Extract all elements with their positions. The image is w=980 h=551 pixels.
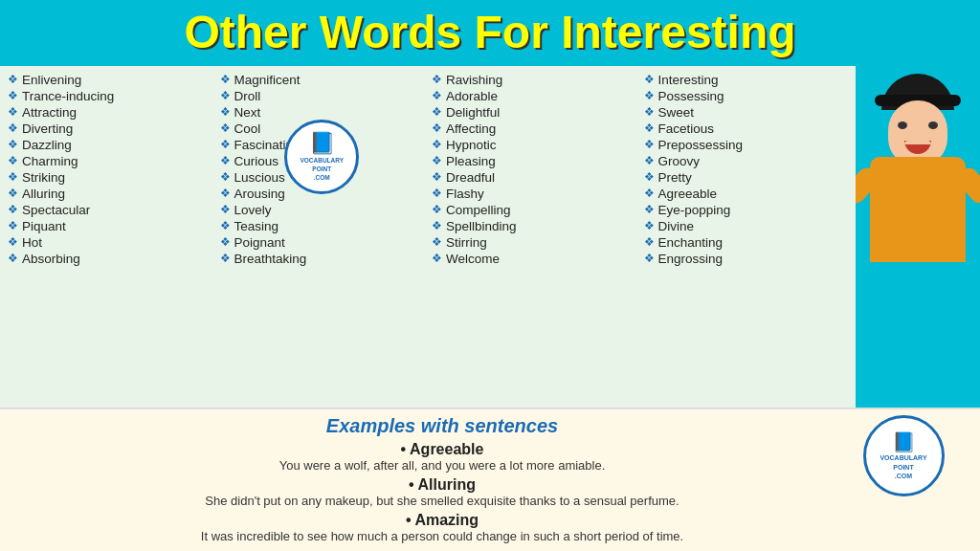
list-item: ❖Compelling xyxy=(432,202,636,218)
example-word-1: • Agreeable xyxy=(29,441,856,458)
diamond-icon: ❖ xyxy=(644,187,655,200)
diamond-icon: ❖ xyxy=(8,154,18,167)
list-item: ❖Facetious xyxy=(644,121,849,137)
diamond-icon: ❖ xyxy=(220,121,231,135)
list-item: ❖Striking xyxy=(8,169,212,186)
diamond-icon: ❖ xyxy=(644,138,655,151)
diamond-icon: ❖ xyxy=(644,73,655,86)
word-column-4: ❖Interesting ❖Possessing ❖Sweet ❖Facetio… xyxy=(640,70,853,269)
word-text: Spectacular xyxy=(22,203,90,217)
diamond-icon: ❖ xyxy=(644,219,655,232)
list-item: ❖Adorable xyxy=(432,88,636,104)
list-item: ❖Divine xyxy=(644,218,849,234)
diamond-icon: ❖ xyxy=(644,235,655,249)
word-text: Droll xyxy=(234,89,261,103)
diamond-icon: ❖ xyxy=(8,170,18,184)
arm-right xyxy=(954,164,980,207)
right-logo-container: 📘 VOCABULARYPOINT.COM xyxy=(856,415,951,496)
words-grid: ❖Enlivening ❖Trance-inducing ❖Attracting… xyxy=(4,70,852,269)
diamond-icon: ❖ xyxy=(8,89,18,102)
word-text: Dazzling xyxy=(22,138,72,152)
word-text: Cool xyxy=(234,121,261,136)
word-text: Teasing xyxy=(234,219,279,233)
word-text: Piquant xyxy=(22,219,66,233)
diamond-icon: ❖ xyxy=(220,105,231,119)
list-item: ❖Ravishing xyxy=(432,72,636,88)
word-text: Groovy xyxy=(658,154,701,168)
page-container: Other Words For Interesting ❖Enlivening … xyxy=(0,0,980,551)
word-text: Divine xyxy=(658,219,695,233)
word-text: Spellbinding xyxy=(446,219,517,233)
diamond-icon: ❖ xyxy=(644,89,655,102)
list-item: ❖Poignant xyxy=(220,234,425,251)
word-text: Prepossessing xyxy=(658,138,744,152)
examples-title: Examples with sentences xyxy=(29,415,856,437)
logo-text: VOCABULARYPOINT.COM xyxy=(300,156,344,182)
bullet-icon: • xyxy=(401,441,407,457)
word-text: Agreeable xyxy=(658,187,718,201)
list-item: ❖Engrossing xyxy=(644,251,849,267)
diamond-icon: ❖ xyxy=(432,170,442,184)
word-text: Striking xyxy=(22,170,65,185)
teeth-top xyxy=(904,141,931,144)
diamond-icon: ❖ xyxy=(220,252,231,265)
word-text: Attracting xyxy=(22,105,77,120)
list-item: ❖Hypnotic xyxy=(432,137,636,153)
diamond-icon: ❖ xyxy=(432,154,442,167)
list-item: ❖Stirring xyxy=(432,234,636,251)
list-item: ❖Next xyxy=(220,104,425,121)
list-item: ❖Alluring xyxy=(8,186,212,202)
diamond-icon: ❖ xyxy=(220,203,231,216)
word-text: Luscious xyxy=(234,170,285,185)
list-item: ❖Flashy xyxy=(432,186,636,202)
list-item: ❖Pleasing xyxy=(432,153,636,169)
book-icon: 📘 xyxy=(892,430,916,453)
head xyxy=(888,100,947,165)
diamond-icon: ❖ xyxy=(8,121,18,135)
list-item: ❖Spectacular xyxy=(8,202,212,218)
word-column-3: ❖Ravishing ❖Adorable ❖Delightful ❖Affect… xyxy=(428,70,640,269)
example-sentence-1: You were a wolf, after all, and you were… xyxy=(29,458,856,473)
example-item-3: • Amazing It was incredible to see how m… xyxy=(29,512,856,543)
diamond-icon: ❖ xyxy=(644,203,655,216)
word-text: Possessing xyxy=(658,89,724,103)
mid-section: ❖Enlivening ❖Trance-inducing ❖Attracting… xyxy=(0,66,980,408)
list-item: ❖Pretty xyxy=(644,169,849,186)
word-text: Next xyxy=(234,105,261,120)
list-item: ❖Breathtaking xyxy=(220,251,425,267)
example-sentence-2: She didn't put on any makeup, but she sm… xyxy=(29,494,856,508)
list-item: ❖Droll xyxy=(220,88,425,104)
list-item: ❖Diverting xyxy=(8,121,212,137)
logo-circle-bottom: 📘 VOCABULARYPOINT.COM xyxy=(863,415,945,496)
logo-text-bottom: VOCABULARYPOINT.COM xyxy=(880,453,926,481)
word-text: Stirring xyxy=(446,235,487,250)
diamond-icon: ❖ xyxy=(8,203,18,216)
word-text: Compelling xyxy=(446,203,511,217)
word-text: Sweet xyxy=(658,105,695,120)
example-word-2: • Alluring xyxy=(29,476,856,494)
body xyxy=(870,157,966,262)
diamond-icon: ❖ xyxy=(432,138,442,151)
diamond-icon: ❖ xyxy=(432,252,442,265)
word-text: Affecting xyxy=(446,121,496,136)
list-item: ❖Agreeable xyxy=(644,186,849,202)
word-text: Pleasing xyxy=(446,154,496,168)
list-item: ❖Piquant xyxy=(8,218,212,234)
list-item: ❖Absorbing xyxy=(8,251,212,267)
diamond-icon: ❖ xyxy=(644,170,655,184)
mouth xyxy=(904,141,931,154)
words-area: ❖Enlivening ❖Trance-inducing ❖Attracting… xyxy=(0,66,856,408)
word-text: Eye-popping xyxy=(658,203,731,217)
word-text: Diverting xyxy=(22,121,73,136)
diamond-icon: ❖ xyxy=(220,170,231,184)
diamond-icon: ❖ xyxy=(432,89,442,102)
diamond-icon: ❖ xyxy=(644,252,655,265)
diamond-icon: ❖ xyxy=(220,89,231,102)
bullet-icon: • xyxy=(409,476,414,493)
word-text: Hypnotic xyxy=(446,138,497,152)
diamond-icon: ❖ xyxy=(220,219,231,232)
word-text: Engrossing xyxy=(658,252,724,266)
list-item: ❖Enchanting xyxy=(644,234,849,251)
word-text: Dreadful xyxy=(446,170,495,185)
diamond-icon: ❖ xyxy=(432,187,442,200)
